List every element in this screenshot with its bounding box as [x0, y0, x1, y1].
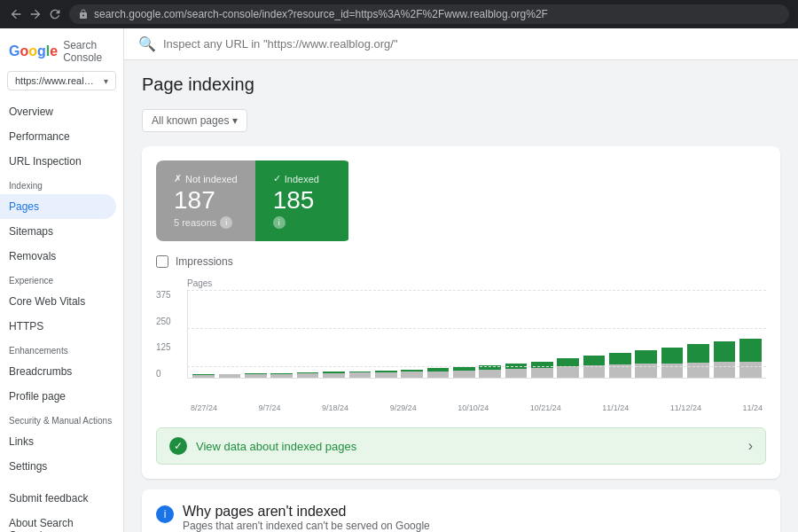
y-label-2: 125: [156, 342, 187, 352]
bar-indexed: [583, 356, 606, 365]
bar-group: [634, 290, 658, 378]
address-bar[interactable]: search.google.com/search-console/index?r…: [69, 4, 789, 24]
back-icon[interactable]: [9, 7, 23, 21]
sidebar-item-pages[interactable]: Pages: [0, 194, 116, 219]
sidebar-item-core-web-vitals[interactable]: Core Web Vitals: [0, 289, 116, 314]
bar-group: [374, 290, 398, 378]
sidebar-item-removals[interactable]: Removals: [0, 244, 116, 269]
chart-pages-label: Pages: [156, 278, 766, 288]
chevron-down-icon: ▾: [104, 76, 108, 86]
y-label-3: 0: [156, 369, 187, 379]
sidebar: Google Search Console https://www.realbl…: [0, 28, 124, 532]
bar-not-indexed: [401, 372, 423, 378]
bar-not-indexed: [245, 374, 267, 378]
x-label: 10/21/24: [530, 403, 561, 412]
sidebar-item-about[interactable]: About Search Console: [0, 511, 116, 532]
chart-y-labels: 375 250 125 0: [156, 290, 187, 379]
forward-icon[interactable]: [28, 7, 43, 21]
browser-nav-icons[interactable]: [9, 7, 62, 21]
not-indexed-label: Not indexed: [185, 174, 238, 184]
bar-not-indexed: [427, 372, 450, 378]
bar-group: [686, 290, 710, 378]
bar-group: [660, 290, 684, 378]
not-indexed-header: ✗ Not indexed: [174, 173, 238, 184]
browser-top-bar: search.google.com/search-console/index?r…: [0, 0, 798, 28]
sidebar-item-url-inspection[interactable]: URL Inspection: [0, 149, 116, 174]
bar-group: [217, 290, 241, 378]
experience-section-label: Experience: [0, 269, 123, 289]
property-selector[interactable]: https://www.realblo... ▾: [7, 71, 116, 90]
bar-group: [244, 290, 268, 378]
stats-container: ✗ Not indexed 187 5 reasons i ✓ Indexed: [142, 146, 780, 479]
info-icon: i: [156, 505, 174, 523]
refresh-icon[interactable]: [48, 7, 62, 21]
sidebar-item-links[interactable]: Links: [0, 429, 116, 454]
sidebar-item-label: Removals: [9, 250, 56, 262]
x-label: 9/7/24: [259, 403, 281, 412]
indexed-label: Indexed: [285, 174, 319, 184]
view-data-row[interactable]: ✓ View data about indexed pages ›: [156, 427, 766, 465]
bar-group: [322, 290, 346, 378]
sidebar-item-settings[interactable]: Settings: [0, 454, 116, 479]
indexing-section-label: Indexing: [0, 174, 123, 194]
sidebar-item-label: Settings: [9, 460, 47, 473]
bar-not-indexed: [270, 374, 293, 378]
sidebar-item-breadcrumbs[interactable]: Breadcrumbs: [0, 359, 116, 384]
sidebar-item-overview[interactable]: Overview: [0, 99, 116, 124]
indexed-info-icon[interactable]: i: [273, 216, 286, 229]
sidebar-item-label: About Search Console: [9, 517, 107, 532]
filter-label: All known pages: [152, 114, 229, 127]
bar-not-indexed: [531, 368, 553, 378]
sidebar-item-profile-page[interactable]: Profile page: [0, 384, 116, 409]
chart-guideline-1: [187, 328, 766, 329]
content-area: Page indexing All known pages ▾ ✗ Not in…: [124, 60, 798, 532]
sidebar-item-https[interactable]: HTTPS: [0, 314, 116, 339]
not-indexed-info-icon[interactable]: i: [220, 216, 232, 229]
property-selector-text: https://www.realblo...: [15, 75, 95, 86]
indexed-header: ✓ Indexed: [273, 173, 331, 184]
x-label: 10/10/24: [458, 403, 489, 412]
bar-indexed: [609, 353, 631, 364]
bar-group: [478, 290, 502, 378]
sidebar-item-label: Breadcrumbs: [9, 365, 72, 378]
x-label: 9/18/24: [322, 403, 348, 412]
url-inspect-input[interactable]: [163, 37, 784, 51]
sidebar-item-label: Overview: [9, 106, 53, 118]
impressions-label: Impressions: [176, 255, 233, 268]
not-indexed-count: 187: [174, 188, 238, 213]
x-label: 9/29/24: [390, 403, 417, 412]
bar-indexed: [739, 339, 762, 361]
bar-not-indexed: [349, 372, 372, 378]
sidebar-item-label: Links: [9, 435, 34, 448]
view-data-text: View data about indexed pages: [196, 440, 739, 453]
bar-group: [739, 290, 763, 378]
index-cards: ✗ Not indexed 187 5 reasons i ✓ Indexed: [156, 160, 351, 241]
indexed-count: 185: [273, 188, 331, 213]
indexed-card: ✓ Indexed 185 i: [255, 160, 348, 241]
sidebar-item-label: Submit feedback: [9, 492, 88, 505]
sidebar-item-submit-feedback[interactable]: Submit feedback: [0, 486, 116, 511]
sidebar-item-label: HTTPS: [9, 320, 43, 332]
impressions-checkbox[interactable]: [156, 255, 168, 268]
page-title: Page indexing: [142, 74, 780, 95]
bar-indexed: [687, 344, 709, 363]
sidebar-item-performance[interactable]: Performance: [0, 124, 116, 149]
sidebar-header: Google Search Console: [0, 28, 123, 71]
bar-group: [504, 290, 528, 378]
bar-group: [712, 290, 736, 378]
x-label: 11/12/24: [670, 403, 701, 412]
bar-indexed: [635, 350, 657, 364]
bar-not-indexed: [714, 362, 736, 378]
bar-indexed: [531, 362, 553, 368]
why-not-header: i Why pages aren't indexed Pages that ar…: [156, 504, 766, 532]
sidebar-item-sitemaps[interactable]: Sitemaps: [0, 219, 116, 244]
x-label: 11/24: [742, 403, 763, 412]
why-not-title: Why pages aren't indexed: [183, 504, 430, 520]
bar-not-indexed: [192, 375, 215, 378]
filter-dropdown[interactable]: All known pages ▾: [142, 109, 247, 132]
why-not-section: i Why pages aren't indexed Pages that ar…: [142, 489, 780, 532]
sidebar-item-label: Pages: [9, 200, 39, 213]
bar-indexed: [661, 348, 684, 364]
bar-group: [348, 290, 372, 378]
app-container: Google Search Console https://www.realbl…: [0, 28, 798, 532]
